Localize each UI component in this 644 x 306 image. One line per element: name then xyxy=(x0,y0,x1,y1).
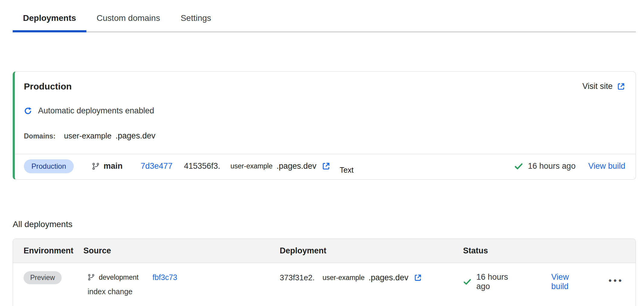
commit-message: index change xyxy=(83,287,280,296)
deployments-table: Environment Source Deployment Status Pre… xyxy=(13,239,636,306)
production-title: Production xyxy=(24,81,72,92)
environment-cell: Preview xyxy=(13,271,83,284)
source-branch-line: development fbf3c73 xyxy=(83,273,280,282)
commit-link[interactable]: fbf3c73 xyxy=(153,273,177,282)
deployment-id: 415356f3. xyxy=(184,161,220,171)
visit-site-link[interactable]: Visit site xyxy=(582,82,625,91)
success-check-icon xyxy=(463,278,472,286)
open-deployment-link[interactable] xyxy=(414,274,422,282)
deploy-time: 16 hours ago xyxy=(476,272,523,291)
column-header-status: Status xyxy=(463,246,636,256)
deployment-domain: user-example xyxy=(230,162,272,170)
all-deployments-title: All deployments xyxy=(13,220,636,229)
deployment-domain-suffix: .pages.dev xyxy=(369,273,408,282)
production-deployment-row: Production main 7d3e477 415356f3. user-e… xyxy=(15,154,636,179)
domain-suffix: .pages.dev xyxy=(115,131,155,141)
tab-bar: Deployments Custom domains Settings xyxy=(13,7,636,32)
deployment-cell: 373f31e2. user-example .pages.dev xyxy=(280,273,463,282)
domains-line: Domains: user-example .pages.dev xyxy=(24,131,625,141)
table-row: Preview development fbf3c73 index change… xyxy=(13,263,636,296)
environment-badge: Production xyxy=(24,159,74,173)
column-header-source: Source xyxy=(83,246,280,256)
success-check-icon xyxy=(514,162,523,171)
note-text: Text xyxy=(340,166,353,174)
view-build-link[interactable]: View build xyxy=(588,161,625,171)
deploy-time: 16 hours ago xyxy=(528,161,576,171)
domains-label: Domains: xyxy=(24,132,56,140)
pages-project-deployments-page: Deployments Custom domains Settings Prod… xyxy=(0,7,644,306)
open-deployment-link[interactable] xyxy=(322,162,330,171)
auto-deployments-label: Automatic deployments enabled xyxy=(38,106,154,116)
tab-custom-domains[interactable]: Custom domains xyxy=(86,7,170,31)
view-build-link[interactable]: View build xyxy=(551,272,588,291)
domain-name: user-example xyxy=(64,131,112,141)
deployment-id: 373f31e2. xyxy=(280,273,315,282)
git-branch-icon xyxy=(88,274,95,281)
branch-name: development xyxy=(99,273,139,282)
refresh-icon xyxy=(24,107,32,115)
deployment-status: 16 hours ago View build xyxy=(514,161,625,171)
production-card-header: Production Visit site xyxy=(24,81,625,92)
tab-deployments[interactable]: Deployments xyxy=(13,7,86,31)
deployment-domain-suffix: .pages.dev xyxy=(276,161,316,171)
more-options-icon[interactable]: ••• xyxy=(608,278,623,283)
status-cell: 16 hours ago View build ••• xyxy=(463,272,636,291)
auto-deployments-status: Automatic deployments enabled xyxy=(24,106,625,116)
commit-link[interactable]: 7d3e477 xyxy=(141,161,172,171)
branch-group: main xyxy=(92,161,123,171)
production-card: Production Visit site Automatic deployme… xyxy=(13,71,636,180)
source-cell: development fbf3c73 index change xyxy=(83,271,280,296)
column-header-environment: Environment xyxy=(13,246,83,256)
external-link-icon xyxy=(322,162,330,171)
branch-name: main xyxy=(104,161,123,171)
external-link-icon xyxy=(617,82,625,91)
column-header-deployment: Deployment xyxy=(280,246,463,256)
tab-settings[interactable]: Settings xyxy=(170,7,221,31)
environment-badge: Preview xyxy=(24,271,62,284)
table-header: Environment Source Deployment Status xyxy=(13,239,636,263)
git-branch-icon xyxy=(92,162,100,170)
visit-site-label: Visit site xyxy=(582,82,613,91)
deployment-domain: user-example xyxy=(323,274,365,282)
external-link-icon xyxy=(414,274,422,282)
